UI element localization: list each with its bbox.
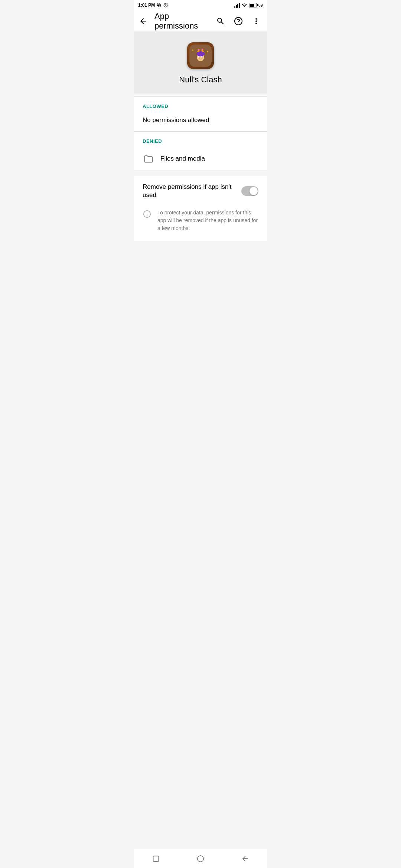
search-icon bbox=[216, 17, 225, 26]
section-divider-1 bbox=[134, 93, 267, 96]
info-text: To protect your data, permissions for th… bbox=[157, 209, 258, 232]
back-button[interactable] bbox=[135, 13, 151, 29]
toggle-section: Remove permissions if app isn't used To … bbox=[134, 176, 267, 241]
app-icon: ✦ ✦ bbox=[187, 42, 214, 69]
denied-section: DENIED Files and media bbox=[134, 132, 267, 170]
status-time: 1:01 PM bbox=[138, 3, 155, 8]
app-bar-actions bbox=[212, 13, 264, 29]
denied-section-header: DENIED bbox=[134, 132, 267, 148]
svg-point-5 bbox=[198, 49, 200, 51]
info-icon bbox=[143, 210, 151, 218]
section-divider-2 bbox=[134, 170, 267, 173]
info-row: To protect your data, permissions for th… bbox=[134, 206, 267, 241]
help-circle-icon bbox=[234, 17, 243, 26]
svg-text:✦: ✦ bbox=[206, 50, 209, 53]
main-content: ✦ ✦ Null's Clash ALLOWED No permissions … bbox=[134, 32, 267, 260]
remove-permissions-toggle[interactable] bbox=[241, 186, 258, 196]
battery-percent: 69 bbox=[258, 3, 263, 7]
svg-point-6 bbox=[202, 49, 203, 51]
status-bar: 1:01 PM 69 bbox=[134, 0, 267, 10]
help-button[interactable] bbox=[230, 13, 247, 29]
more-vert-icon bbox=[252, 17, 261, 26]
app-bar: App permissions bbox=[134, 10, 267, 32]
allowed-section-header: ALLOWED bbox=[134, 97, 267, 113]
back-arrow-icon bbox=[139, 17, 148, 26]
toggle-knob bbox=[250, 187, 258, 195]
mute-icon bbox=[156, 3, 162, 8]
svg-point-13 bbox=[202, 56, 202, 57]
battery-icon bbox=[249, 3, 257, 7]
signal-icon bbox=[234, 3, 240, 8]
allowed-section: ALLOWED No permissions allowed bbox=[134, 97, 267, 131]
search-button[interactable] bbox=[212, 13, 229, 29]
no-permissions-text: No permissions allowed bbox=[134, 113, 267, 131]
svg-text:✦: ✦ bbox=[192, 49, 194, 52]
svg-point-9 bbox=[196, 51, 205, 56]
app-icon-graphic: ✦ ✦ bbox=[189, 45, 212, 67]
app-header: ✦ ✦ Null's Clash bbox=[134, 32, 267, 93]
files-media-label: Files and media bbox=[160, 155, 205, 162]
remove-permissions-row[interactable]: Remove permissions if app isn't used bbox=[134, 176, 267, 206]
app-name: Null's Clash bbox=[179, 75, 222, 85]
page-title: App permissions bbox=[154, 11, 209, 31]
svg-point-12 bbox=[199, 56, 199, 57]
toggle-label: Remove permissions if app isn't used bbox=[143, 183, 232, 199]
wifi-icon bbox=[241, 3, 247, 8]
alarm-icon bbox=[163, 3, 168, 8]
more-options-button[interactable] bbox=[248, 13, 264, 29]
files-media-permission-item[interactable]: Files and media bbox=[134, 148, 267, 170]
status-bar-right: 69 bbox=[234, 3, 263, 8]
status-bar-left: 1:01 PM bbox=[138, 3, 168, 8]
folder-icon bbox=[143, 153, 154, 165]
